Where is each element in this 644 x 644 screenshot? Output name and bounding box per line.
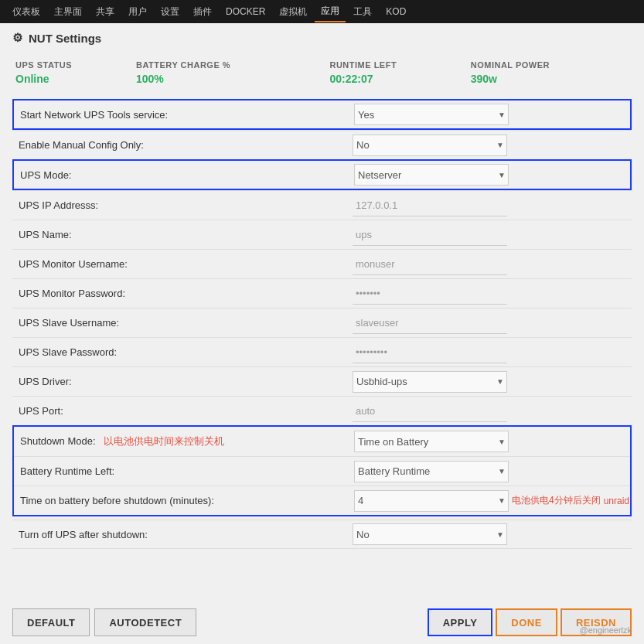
- select-11[interactable]: Time on Battery: [354, 431, 509, 452]
- select-wrap-9: Usbhid-ups: [353, 371, 507, 393]
- annotation-below-13: 电池供电4分钟后关闭: [512, 494, 601, 507]
- form-control-wrap-1: No: [353, 135, 632, 156]
- nav-item-dashboard[interactable]: 仪表板: [6, 2, 46, 22]
- nav-item-docker[interactable]: DOCKER: [220, 3, 271, 20]
- form-label-1: Enable Manual Config Only:: [12, 136, 353, 154]
- status-value-0: Online: [12, 71, 133, 87]
- form-row-12: Battery Runtime Left:Battery Runtime: [14, 456, 630, 486]
- form-row-11: Shutdown Mode:以电池供电时间来控制关机Time on Batter…: [14, 427, 630, 456]
- select-wrap-11: Time on Battery: [354, 431, 509, 452]
- form-row-14: Turn off UPS after shutdown:No: [12, 520, 632, 549]
- form-label-6: UPS Monitor Password:: [12, 285, 353, 302]
- select-9[interactable]: Usbhid-ups: [353, 371, 507, 393]
- status-header-2: RUNTIME LEFT: [326, 59, 467, 71]
- status-value-2: 00:22:07: [326, 71, 467, 87]
- select-wrap-2: Netserver: [354, 164, 509, 186]
- select-13[interactable]: 4: [354, 490, 509, 512]
- form-row-1: Enable Manual Config Only:No: [12, 130, 632, 159]
- form-control-wrap-9: Usbhid-ups: [353, 371, 632, 393]
- form-control-wrap-10: [353, 400, 632, 422]
- form-container: Start Network UPS Tools service:YesEnabl…: [12, 99, 632, 549]
- select-wrap-14: No: [353, 523, 507, 545]
- form-row-4: UPS Name:: [12, 220, 632, 249]
- status-header-1: BATTERY CHARGE %: [133, 59, 326, 71]
- blue-group: Shutdown Mode:以电池供电时间来控制关机Time on Batter…: [12, 425, 632, 516]
- select-14[interactable]: No: [353, 523, 507, 545]
- page-title: ⚙ NUT Settings: [12, 31, 632, 48]
- select-0[interactable]: Yes: [354, 104, 509, 125]
- input-6[interactable]: [353, 283, 507, 305]
- done-button[interactable]: DONE: [496, 608, 557, 636]
- form-control-wrap-4: [353, 224, 632, 246]
- form-control-wrap-3: [353, 195, 632, 216]
- form-row-7: UPS Slave Username:: [12, 308, 632, 337]
- form-label-4: UPS Name:: [12, 226, 353, 244]
- form-label-12: Battery Runtime Left:: [14, 462, 354, 480]
- status-table: UPS STATUS BATTERY CHARGE % RUNTIME LEFT…: [12, 59, 632, 87]
- status-value-1: 100%: [133, 71, 326, 87]
- top-nav: 仪表板 主界面 共享 用户 设置 插件 DOCKER 虚拟机 应用 工具 KOD: [0, 0, 644, 23]
- form-label-2: UPS Mode:: [14, 166, 354, 184]
- input-7[interactable]: [353, 312, 507, 334]
- input-10[interactable]: [353, 400, 507, 422]
- form-label-10: UPS Port:: [12, 402, 353, 420]
- watermark: @engineerlzk: [580, 625, 632, 635]
- autodetect-button[interactable]: AUTODETECT: [94, 608, 196, 636]
- default-button[interactable]: DEFAULT: [12, 608, 90, 636]
- form-control-wrap-11: Time on Battery: [354, 431, 630, 452]
- main-content: ⚙ NUT Settings UPS STATUS BATTERY CHARGE…: [0, 23, 644, 644]
- annotation-11: 以电池供电时间来控制关机: [104, 435, 224, 447]
- select-1[interactable]: No: [353, 135, 507, 156]
- form-row-6: UPS Monitor Password:: [12, 278, 632, 308]
- form-control-wrap-13: 4电池供电4分钟后关闭unraid: [354, 490, 630, 512]
- form-control-wrap-7: [353, 312, 632, 334]
- annotation-below-13: unraid: [604, 496, 629, 506]
- form-control-wrap-8: [353, 342, 632, 363]
- apply-button[interactable]: APPLY: [428, 608, 493, 636]
- nav-item-vm[interactable]: 虚拟机: [273, 2, 313, 22]
- status-header-3: NOMINAL POWER: [468, 59, 632, 71]
- nav-item-plugins[interactable]: 插件: [187, 2, 218, 22]
- input-3[interactable]: [353, 195, 507, 216]
- bottom-bar: DEFAULT AUTODETECT APPLY DONE REISDN: [0, 608, 644, 636]
- form-control-wrap-5: [353, 254, 632, 275]
- status-value-3: 390w: [468, 71, 632, 87]
- form-row-5: UPS Monitor Username:: [12, 249, 632, 278]
- form-label-0: Start Network UPS Tools service:: [14, 106, 354, 124]
- form-label-7: UPS Slave Username:: [12, 314, 353, 332]
- form-label-9: UPS Driver:: [12, 373, 353, 390]
- select-wrap-0: Yes: [354, 104, 509, 125]
- nav-item-users[interactable]: 用户: [122, 2, 153, 22]
- input-8[interactable]: [353, 342, 507, 363]
- form-label-13: Time on battery before shutdown (minutes…: [14, 492, 354, 509]
- gear-icon: ⚙: [12, 31, 22, 45]
- input-5[interactable]: [353, 254, 507, 275]
- form-row-13: Time on battery before shutdown (minutes…: [14, 486, 630, 515]
- select-wrap-12: Battery Runtime: [354, 461, 509, 482]
- select-wrap-13: 4: [354, 490, 509, 512]
- form-row-8: UPS Slave Password:: [12, 337, 632, 366]
- form-row-10: UPS Port:: [12, 396, 632, 425]
- nav-item-home[interactable]: 主界面: [48, 2, 88, 22]
- form-label-3: UPS IP Addresss:: [12, 196, 353, 214]
- nav-item-share[interactable]: 共享: [90, 2, 121, 22]
- select-12[interactable]: Battery Runtime: [354, 461, 509, 482]
- form-label-11: Shutdown Mode:以电池供电时间来控制关机: [14, 431, 354, 451]
- form-control-wrap-2: Netserver: [354, 164, 630, 186]
- form-control-wrap-6: [353, 283, 632, 305]
- nav-item-kod[interactable]: KOD: [380, 3, 412, 20]
- input-4[interactable]: [353, 224, 507, 246]
- form-row-0: Start Network UPS Tools service:Yes: [12, 99, 632, 130]
- status-header-0: UPS STATUS: [12, 59, 133, 71]
- nav-item-apps[interactable]: 应用: [315, 2, 346, 22]
- page-title-text: NUT Settings: [29, 32, 101, 45]
- form-control-wrap-14: No: [353, 523, 632, 545]
- form-label-8: UPS Slave Password:: [12, 343, 353, 361]
- form-row-2: UPS Mode:Netserver: [12, 159, 632, 190]
- nav-item-tools[interactable]: 工具: [347, 2, 378, 22]
- form-label-5: UPS Monitor Username:: [12, 255, 353, 273]
- form-row-3: UPS IP Addresss:: [12, 190, 632, 220]
- select-2[interactable]: Netserver: [354, 164, 509, 186]
- form-row-9: UPS Driver:Usbhid-ups: [12, 366, 632, 396]
- nav-item-settings[interactable]: 设置: [155, 2, 186, 22]
